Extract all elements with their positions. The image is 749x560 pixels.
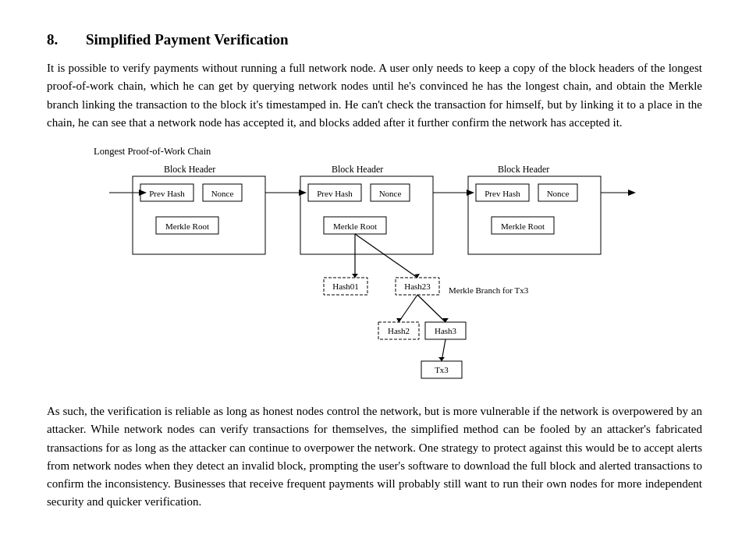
hash01: Hash01 (332, 282, 359, 291)
merkle-branch-label: Merkle Branch for Tx3 (449, 285, 529, 295)
svg-line-31 (417, 295, 445, 322)
diagram-svg: Block Header Prev Hash Nonce Merkle Root… (94, 162, 655, 388)
block3-nonce: Nonce (547, 189, 570, 198)
block2-header: Block Header (332, 164, 383, 175)
svg-marker-30 (396, 318, 402, 322)
diagram-area: Longest Proof-of-Work Chain Block Header… (47, 146, 702, 388)
block3-header: Block Header (498, 164, 549, 175)
paragraph-2: As such, the verification is reliable as… (47, 402, 702, 512)
section-heading: 8. Simplified Payment Verification (47, 31, 702, 48)
block3-merkle-root: Merkle Root (501, 222, 545, 231)
svg-marker-34 (438, 357, 445, 361)
svg-marker-26 (352, 274, 358, 278)
paragraph-1: It is possible to verify payments withou… (47, 59, 702, 132)
hash3: Hash3 (435, 326, 457, 335)
block1-prev-hash: Prev Hash (149, 189, 185, 198)
diagram-svg-container: Block Header Prev Hash Nonce Merkle Root… (47, 162, 702, 388)
hash23: Hash23 (404, 282, 431, 291)
section-number: 8. (47, 31, 70, 48)
svg-line-29 (399, 295, 417, 322)
svg-marker-19 (628, 190, 636, 196)
hash2: Hash2 (388, 326, 410, 335)
chain-label: Longest Proof-of-Work Chain (94, 146, 702, 158)
tx3: Tx3 (435, 365, 449, 374)
block2-nonce: Nonce (379, 189, 402, 198)
block3-prev-hash: Prev Hash (485, 189, 520, 198)
block2-merkle-root: Merkle Root (333, 222, 377, 231)
block1-merkle-root: Merkle Root (165, 222, 209, 231)
section-title: Simplified Payment Verification (86, 31, 289, 48)
block1-nonce: Nonce (211, 189, 234, 198)
block2-prev-hash: Prev Hash (317, 189, 353, 198)
block1-header: Block Header (164, 164, 215, 175)
